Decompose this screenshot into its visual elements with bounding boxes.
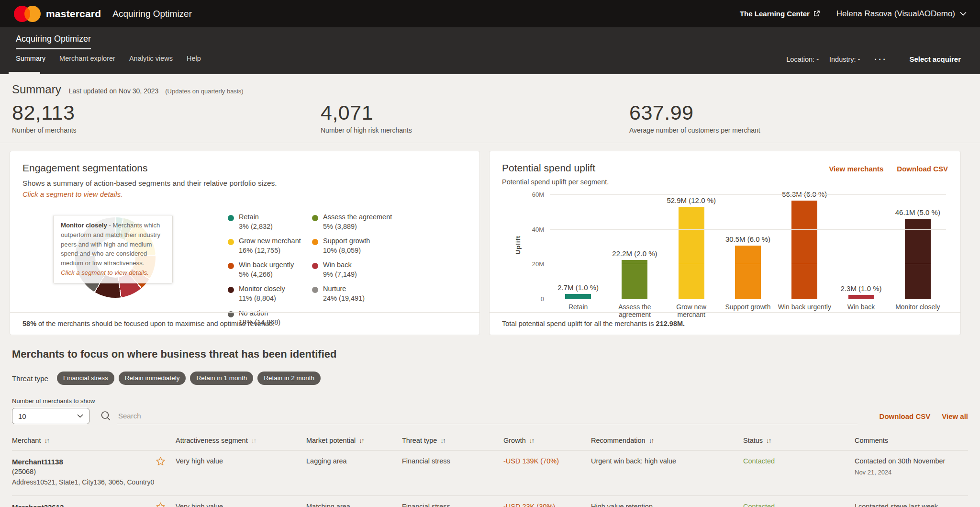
legend-value: 16% (12,755) (239, 246, 301, 256)
threat-chip-financial-stress[interactable]: Financial stress (57, 372, 114, 385)
table-row-merchant23612[interactable]: Merchant23612(108406)State11, City3917, … (12, 496, 968, 507)
product-tab-acquiring-optimizer[interactable]: Acquiring Optimizer (16, 34, 91, 49)
column-header-label: Market potential (306, 437, 356, 444)
user-menu[interactable]: Helena Rasova (VisualAODemo) (836, 9, 967, 19)
column-header-recommendation[interactable]: Recommendation↓↑ (591, 437, 743, 444)
gridline-20M (550, 264, 946, 264)
bar-monitor-closely[interactable] (905, 219, 931, 299)
download-csv-link[interactable]: Download CSV (897, 165, 948, 173)
overflow-menu-icon[interactable]: ··· (874, 55, 887, 63)
bar-cell-assess-the-agreement: 22.2M (2.0 %) (606, 249, 663, 299)
legend-label: Nurture (323, 284, 365, 294)
legend-texts: Assess the agreement5% (3,889) (323, 213, 392, 231)
sort-icon[interactable]: ↓↑ (440, 437, 445, 444)
legend-label: Win back urgently (239, 260, 294, 270)
comment-date: Nov 21, 2024 (855, 469, 968, 476)
column-header-comments: Comments (855, 437, 968, 444)
threat-chip-retain-in-2-month[interactable]: Retain in 2 month (257, 372, 321, 385)
legend-item-assess-the-agreement[interactable]: Assess the agreement5% (3,889) (312, 213, 396, 231)
total-uplift-text: Total potential spend uplift for all the… (502, 320, 656, 327)
mastercard-logo-icon (13, 5, 41, 23)
cell-growth: -USD 139K (70%) (503, 457, 591, 487)
sort-icon[interactable]: ↓↑ (44, 437, 49, 444)
legend-item-nurture[interactable]: Nurture24% (19,491) (312, 284, 396, 303)
column-header-status[interactable]: Status↓↑ (743, 437, 855, 444)
merchant-name[interactable]: Merchant11138 (12, 457, 156, 467)
merchant-count-select[interactable]: 10 (12, 408, 89, 424)
legend-texts: Grow new merchant16% (12,755) (239, 237, 301, 255)
chart-subtitle: Potential spend uplift per segment. (502, 178, 948, 186)
sort-icon[interactable]: ↓↑ (529, 437, 534, 444)
kpi-value: 4,071 (321, 101, 629, 124)
select-acquirer-button[interactable]: Select acquirer (909, 55, 961, 63)
sort-icon[interactable]: ↓↑ (649, 437, 654, 444)
legend-item-monitor-closely[interactable]: Monitor closely11% (8,804) (228, 284, 312, 303)
legend-item-win-back[interactable]: Win back9% (7,149) (312, 260, 396, 279)
last-updated-text: Last updated on Nov 30, 2023 (69, 87, 159, 95)
legend-item-support-growth[interactable]: Support growth10% (8,059) (312, 237, 396, 255)
favorite-star-icon[interactable] (156, 457, 176, 487)
legend-value: 5% (3,889) (323, 222, 392, 232)
gridline-60M (550, 194, 946, 195)
bar-retain[interactable] (565, 294, 591, 299)
legend-value: 5% (4,266) (239, 270, 294, 280)
legend-item-retain[interactable]: Retain3% (2,832) (228, 213, 312, 231)
column-header-attractiveness-segment[interactable]: Attractiveness segment↓↑ (176, 437, 306, 444)
legend-texts: Win back9% (7,149) (323, 260, 357, 279)
cell-attractiveness-segment: Very high value (176, 457, 306, 487)
tooltip-segment-name: Monitor closely (61, 222, 107, 229)
nav-item-analytic-views[interactable]: Analytic views (129, 55, 173, 62)
legend-item-grow-new-merchant[interactable]: Grow new merchant16% (12,755) (228, 237, 312, 255)
table-body: Merchant11138(25068)Address10521, State1… (12, 451, 968, 507)
view-merchants-link[interactable]: View merchants (829, 165, 883, 173)
search-input[interactable] (117, 408, 858, 424)
industry-filter-value: Industry: - (829, 56, 860, 63)
sort-icon[interactable]: ↓↑ (251, 437, 256, 444)
threat-chip-retain-immediately[interactable]: Retain immediately (119, 372, 186, 385)
bar-assess-the-agreement[interactable] (622, 260, 647, 299)
column-header-market-potential[interactable]: Market potential↓↑ (306, 437, 402, 444)
nav-item-summary[interactable]: Summary (16, 55, 45, 62)
table-controls: Number of merchants to show 10 Download … (0, 397, 980, 424)
bar-grow-new-merchant[interactable] (679, 207, 704, 299)
table-row-merchant11138[interactable]: Merchant11138(25068)Address10521, State1… (12, 451, 968, 496)
y-tick-0: 0 (541, 295, 544, 303)
nav-item-merchant-explorer[interactable]: Merchant explorer (59, 55, 115, 62)
nav-item-help[interactable]: Help (187, 55, 201, 62)
legend-label: Grow new merchant (239, 237, 301, 246)
cell-merchant: Merchant23612(108406)State11, City3917, … (12, 503, 156, 507)
threat-chip-retain-in-1-month[interactable]: Retain in 1 month (190, 372, 253, 385)
update-frequency-note: (Updates on quarterly basis) (165, 88, 243, 95)
sort-icon[interactable]: ↓↑ (766, 437, 771, 444)
bar-value-label: 46.1M (5.0 %) (895, 208, 940, 216)
learning-center-label: The Learning Center (740, 10, 810, 18)
footnote-text: of the merchants should be focused upon … (36, 320, 275, 327)
bar-cell-grow-new-merchant: 52.9M (12.0 %) (663, 196, 720, 299)
bar-support-growth[interactable] (735, 246, 761, 299)
engagement-segmentations-card: Engagement segmentations Shows a summary… (10, 151, 480, 335)
merchants-table: Merchant↓↑Attractiveness segment↓↑Market… (12, 437, 968, 507)
bar-win-back-urgently[interactable] (791, 201, 817, 299)
table-download-csv-link[interactable]: Download CSV (880, 412, 931, 420)
column-header-growth[interactable]: Growth↓↑ (503, 437, 591, 444)
legend-texts: Retain3% (2,832) (239, 213, 273, 231)
segment-click-hint[interactable]: Click a segment to view details. (22, 190, 467, 198)
chevron-down-icon (960, 11, 967, 16)
favorite-star-icon[interactable] (156, 503, 176, 507)
column-header-threat-type[interactable]: Threat type↓↑ (402, 437, 503, 444)
bar-win-back[interactable] (848, 295, 874, 299)
merchant-name[interactable]: Merchant23612 (12, 503, 156, 507)
bar-value-label: 22.2M (2.0 %) (612, 249, 657, 258)
active-tab-indicator (9, 72, 40, 74)
bars-container: 2.7M (1.0 %)22.2M (2.0 %)52.9M (12.0 %)3… (550, 194, 946, 299)
y-tick-20M: 20M (532, 260, 544, 268)
brand-wordmark: mastercard (46, 8, 101, 20)
bar-cell-monitor-closely: 46.1M (5.0 %) (890, 208, 946, 299)
kpi-avg-customers: 637.99 Average number of customers per m… (629, 101, 760, 134)
legend-item-win-back-urgently[interactable]: Win back urgently5% (4,266) (228, 260, 312, 279)
column-header-merchant[interactable]: Merchant↓↑ (12, 437, 156, 444)
sort-icon[interactable]: ↓↑ (359, 437, 364, 444)
view-all-link[interactable]: View all (942, 412, 968, 420)
engagement-footnote: 58% of the merchants should be focused u… (10, 312, 479, 335)
learning-center-link[interactable]: The Learning Center (740, 10, 820, 18)
